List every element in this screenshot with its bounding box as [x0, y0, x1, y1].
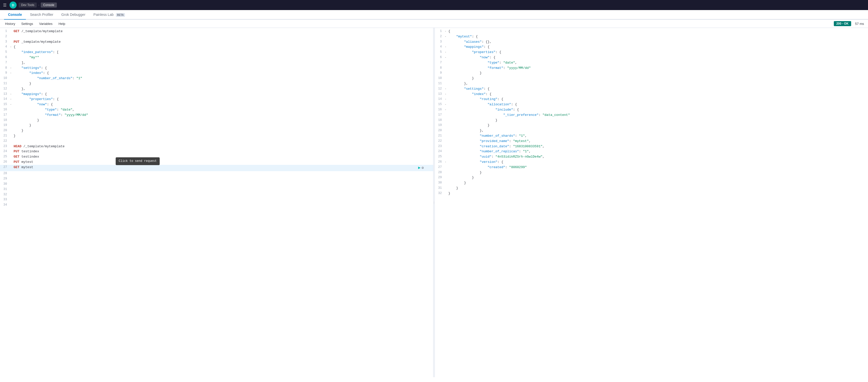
table-row: 12 },: [0, 87, 433, 92]
table-row: 20 }: [0, 128, 433, 133]
table-row: 29 }: [435, 175, 868, 181]
table-row: 4 - {: [0, 44, 433, 50]
tab-search-profiler[interactable]: Search Profiler: [26, 10, 57, 20]
table-row: 4 - "mappings": {: [435, 44, 868, 50]
editor-code-area: 1 GET /_template/mytemplate 2 3 PUT _tem…: [0, 28, 433, 209]
table-row: 30 }: [435, 181, 868, 186]
table-row: 13 - "mappings": {: [0, 92, 433, 97]
table-row: 23 HEAD /_template/mytemplate: [0, 144, 433, 149]
table-row: 32: [0, 192, 433, 197]
table-row: 24 PUT testindex: [0, 149, 433, 154]
table-row: 17 "_tier_preference": "data_content": [435, 113, 868, 118]
table-row: 6 "my*": [0, 55, 433, 60]
output-code-area: 1 - { 2 - "mytest": { 3 "aliases": {}, 4: [435, 28, 868, 197]
table-row: 22 "provided_name": "mytest",: [435, 139, 868, 144]
table-row: 14 - "routing": {: [435, 97, 868, 102]
history-button[interactable]: History: [4, 21, 16, 26]
table-row: 10 }: [435, 76, 868, 81]
table-row: 15 - "now": {: [0, 102, 433, 107]
table-row: 25 "uuid": "4n53idikRZSrh-nGwlDe4w",: [435, 154, 868, 160]
table-row: 18 }: [435, 118, 868, 123]
table-row: 32 }: [435, 191, 868, 196]
run-button[interactable]: ▶: [418, 165, 421, 171]
settings-button[interactable]: Settings: [20, 21, 34, 26]
editor-panel[interactable]: 1 GET /_template/mytemplate 2 3 PUT _tem…: [0, 28, 433, 377]
table-row: 21 "number_of_shards": "1",: [435, 133, 868, 139]
table-row: 34: [0, 202, 433, 208]
table-row: 26 - "version": {: [435, 160, 868, 165]
status-code: 200 - OK: [834, 21, 851, 26]
table-row: 12 - "settings": {: [435, 87, 868, 92]
avatar[interactable]: D: [9, 1, 17, 8]
table-row: 13 - "index": {: [435, 92, 868, 97]
output-panel: 1 - { 2 - "mytest": { 3 "aliases": {}, 4: [435, 28, 868, 377]
table-row: 28 }: [435, 170, 868, 176]
table-row: 7 ],: [0, 60, 433, 66]
table-row: 2: [0, 34, 433, 39]
top-bar: ☰ D Dev Tools › Console: [0, 0, 868, 10]
table-row: 1 GET /_template/mytemplate: [0, 29, 433, 34]
table-row: 10 "number_of_shards": "1": [0, 76, 433, 81]
table-row: 21 }: [0, 133, 433, 139]
table-row: 9 - "index": {: [0, 71, 433, 76]
table-row: 31 }: [435, 186, 868, 191]
beta-badge: BETA: [116, 13, 125, 17]
table-row: 31: [0, 187, 433, 192]
breadcrumb-devtools[interactable]: Dev Tools: [19, 2, 37, 7]
table-row: 19 }: [435, 123, 868, 128]
help-button[interactable]: Help: [58, 21, 66, 26]
table-row: 22: [0, 139, 433, 144]
table-row: 26 PUT mytest: [0, 160, 433, 165]
table-row: 20 },: [435, 128, 868, 133]
table-row: 9 }: [435, 71, 868, 76]
table-row: 6 - "now": {: [435, 55, 868, 60]
table-row: 33: [0, 197, 433, 202]
tab-painless-lab[interactable]: Painless Lab BETA: [90, 10, 129, 20]
table-row: 30: [0, 182, 433, 187]
table-row: 2 - "mytest": {: [435, 34, 868, 39]
table-row: 27 GET mytest ▶ ⚙ Click to send request: [0, 165, 433, 171]
table-row: 28: [0, 171, 433, 177]
table-row: 16 "type": "date",: [0, 107, 433, 113]
variables-button[interactable]: Variables: [38, 21, 53, 26]
table-row: 7 "type": "date",: [435, 60, 868, 66]
breadcrumb: Dev Tools › Console: [19, 2, 57, 7]
tab-grok-debugger[interactable]: Grok Debugger: [57, 10, 90, 20]
main-content: 1 GET /_template/mytemplate 2 3 PUT _tem…: [0, 28, 868, 377]
table-row: 15 - "allocation": {: [435, 102, 868, 107]
status-time: 57 ms: [855, 22, 864, 26]
table-row: 11 }: [0, 81, 433, 87]
table-row: 1 - {: [435, 29, 868, 34]
table-row: 27 "created": "8060299": [435, 165, 868, 170]
breadcrumb-arrow: ›: [38, 4, 39, 6]
table-row: 18 }: [0, 118, 433, 123]
settings-icon[interactable]: ⚙: [422, 165, 424, 171]
table-row: 3 "aliases": {},: [435, 39, 868, 45]
table-row: 17 "format": "yyyy/MM/dd": [0, 113, 433, 118]
toolbar: History Settings Variables Help 200 - OK…: [0, 20, 868, 28]
table-row: 3 PUT _template/mytemplate: [0, 39, 433, 45]
table-row: 14 - "properties": {: [0, 97, 433, 102]
hamburger-icon[interactable]: ☰: [3, 3, 6, 7]
table-row: 24 "number_of_replicas": "1",: [435, 149, 868, 154]
table-row: 8 - "settings": {: [0, 66, 433, 71]
table-row: 23 "creation_date": "1683100833591",: [435, 144, 868, 149]
table-row: 8 "format": "yyyy/MM/dd": [435, 66, 868, 71]
table-row: 19 }: [0, 123, 433, 128]
table-row: 11 },: [435, 81, 868, 87]
table-row: 29: [0, 177, 433, 182]
breadcrumb-console[interactable]: Console: [41, 2, 57, 7]
table-row: 25 GET testindex: [0, 154, 433, 160]
table-row: 5 - "properties": {: [435, 50, 868, 55]
table-row: 16 - "include": {: [435, 107, 868, 113]
table-row: 5 "index_patterns": [: [0, 50, 433, 55]
tab-console[interactable]: Console: [4, 10, 26, 20]
tab-bar: Console Search Profiler Grok Debugger Pa…: [0, 10, 868, 20]
